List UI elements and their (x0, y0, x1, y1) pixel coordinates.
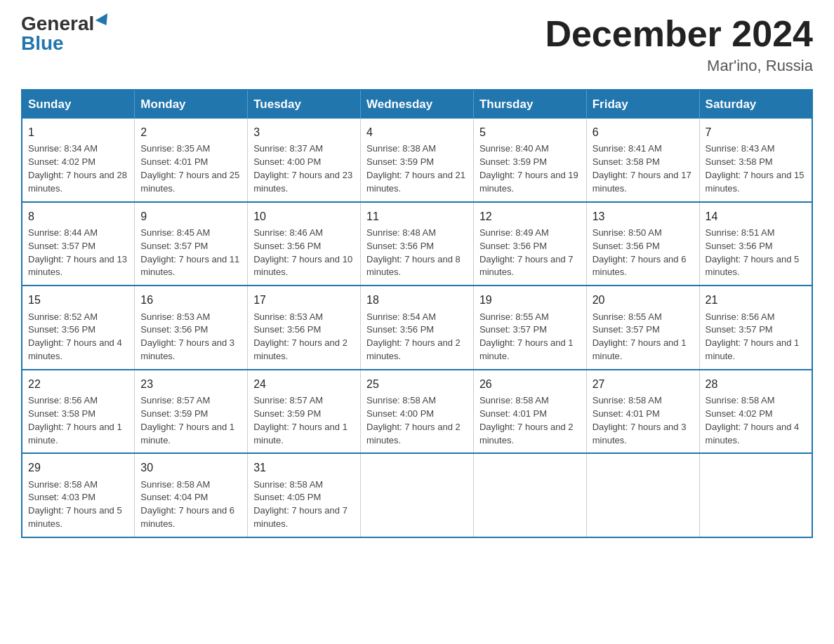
day-sunrise: Sunrise: 8:58 AM (479, 395, 549, 405)
day-daylight: Daylight: 7 hours and 2 minutes. (366, 337, 461, 361)
day-sunset: Sunset: 3:57 PM (479, 324, 547, 335)
calendar-day-cell: 28Sunrise: 8:58 AMSunset: 4:02 PMDayligh… (699, 370, 812, 454)
page-header: General Blue December 2024 Mar'ino, Russ… (21, 14, 813, 75)
calendar-day-cell: 20Sunrise: 8:55 AMSunset: 3:57 PMDayligh… (586, 286, 699, 370)
day-number: 6 (593, 124, 694, 140)
calendar-day-cell: 10Sunrise: 8:46 AMSunset: 3:56 PMDayligh… (248, 202, 361, 286)
day-daylight: Daylight: 7 hours and 15 minutes. (706, 170, 805, 194)
day-daylight: Daylight: 7 hours and 1 minute. (28, 422, 122, 445)
day-daylight: Daylight: 7 hours and 13 minutes. (28, 254, 127, 278)
day-sunset: Sunset: 3:57 PM (140, 241, 208, 251)
day-sunset: Sunset: 3:59 PM (253, 408, 321, 419)
day-sunrise: Sunrise: 8:57 AM (253, 395, 323, 405)
day-sunset: Sunset: 3:59 PM (479, 156, 547, 167)
calendar-day-cell: 4Sunrise: 8:38 AMSunset: 3:59 PMDaylight… (361, 119, 474, 202)
logo: General Blue (21, 14, 111, 53)
day-sunrise: Sunrise: 8:57 AM (140, 395, 210, 405)
logo-blue-text: Blue (21, 34, 64, 53)
calendar-week-row: 8Sunrise: 8:44 AMSunset: 3:57 PMDaylight… (22, 202, 812, 286)
day-sunset: Sunset: 3:59 PM (140, 408, 208, 419)
day-sunrise: Sunrise: 8:58 AM (593, 395, 662, 405)
day-number: 9 (140, 208, 241, 224)
day-sunset: Sunset: 3:57 PM (593, 324, 660, 335)
day-daylight: Daylight: 7 hours and 1 minute. (253, 422, 348, 445)
day-number: 15 (28, 292, 128, 308)
calendar-day-cell: 19Sunrise: 8:55 AMSunset: 3:57 PMDayligh… (473, 286, 586, 370)
day-sunset: Sunset: 3:57 PM (28, 241, 95, 251)
day-number: 13 (593, 208, 694, 224)
day-of-week-header-thursday: Thursday (473, 90, 586, 119)
day-sunset: Sunset: 4:05 PM (253, 492, 321, 502)
day-daylight: Daylight: 7 hours and 11 minutes. (140, 254, 239, 278)
day-sunset: Sunset: 3:56 PM (253, 324, 321, 335)
day-number: 17 (253, 292, 355, 308)
day-sunset: Sunset: 4:02 PM (28, 156, 95, 167)
day-number: 7 (706, 124, 806, 140)
day-sunrise: Sunrise: 8:45 AM (140, 227, 210, 238)
calendar-empty-cell (473, 453, 586, 537)
calendar-day-cell: 30Sunrise: 8:58 AMSunset: 4:04 PMDayligh… (135, 453, 248, 537)
calendar-day-cell: 31Sunrise: 8:58 AMSunset: 4:05 PMDayligh… (248, 453, 361, 537)
day-number: 29 (28, 459, 128, 476)
day-daylight: Daylight: 7 hours and 3 minutes. (140, 337, 234, 361)
day-number: 26 (479, 376, 581, 392)
day-daylight: Daylight: 7 hours and 21 minutes. (366, 170, 465, 194)
calendar-empty-cell (586, 453, 699, 537)
day-daylight: Daylight: 7 hours and 23 minutes. (253, 170, 352, 194)
day-sunrise: Sunrise: 8:43 AM (706, 143, 775, 154)
calendar-day-cell: 2Sunrise: 8:35 AMSunset: 4:01 PMDaylight… (135, 119, 248, 202)
day-sunrise: Sunrise: 8:58 AM (366, 395, 436, 405)
day-sunset: Sunset: 3:56 PM (706, 241, 773, 251)
day-daylight: Daylight: 7 hours and 4 minutes. (706, 422, 800, 445)
day-sunrise: Sunrise: 8:44 AM (28, 227, 98, 238)
calendar-day-cell: 11Sunrise: 8:48 AMSunset: 3:56 PMDayligh… (361, 202, 474, 286)
day-number: 10 (253, 208, 355, 224)
day-number: 31 (253, 459, 355, 476)
day-sunrise: Sunrise: 8:46 AM (253, 227, 323, 238)
day-sunset: Sunset: 4:01 PM (479, 408, 547, 419)
day-sunrise: Sunrise: 8:37 AM (253, 143, 323, 154)
day-sunrise: Sunrise: 8:58 AM (706, 395, 775, 405)
calendar-day-cell: 18Sunrise: 8:54 AMSunset: 3:56 PMDayligh… (361, 286, 474, 370)
day-sunset: Sunset: 4:00 PM (253, 156, 321, 167)
day-sunrise: Sunrise: 8:55 AM (479, 311, 549, 322)
day-of-week-header-friday: Friday (586, 90, 699, 119)
calendar-day-cell: 5Sunrise: 8:40 AMSunset: 3:59 PMDaylight… (473, 119, 586, 202)
day-daylight: Daylight: 7 hours and 28 minutes. (28, 170, 127, 194)
day-daylight: Daylight: 7 hours and 2 minutes. (479, 422, 574, 445)
day-sunset: Sunset: 3:59 PM (366, 156, 434, 167)
calendar-day-cell: 22Sunrise: 8:56 AMSunset: 3:58 PMDayligh… (22, 370, 135, 454)
day-daylight: Daylight: 7 hours and 6 minutes. (140, 505, 234, 529)
day-sunset: Sunset: 3:58 PM (593, 156, 660, 167)
day-daylight: Daylight: 7 hours and 25 minutes. (140, 170, 239, 194)
day-sunset: Sunset: 3:56 PM (140, 324, 208, 335)
day-number: 3 (253, 124, 355, 140)
day-sunrise: Sunrise: 8:35 AM (140, 143, 210, 154)
day-daylight: Daylight: 7 hours and 7 minutes. (479, 254, 574, 278)
calendar-day-cell: 13Sunrise: 8:50 AMSunset: 3:56 PMDayligh… (586, 202, 699, 286)
day-sunrise: Sunrise: 8:53 AM (253, 311, 323, 322)
day-daylight: Daylight: 7 hours and 19 minutes. (479, 170, 578, 194)
day-number: 25 (366, 376, 468, 392)
calendar-day-cell: 6Sunrise: 8:41 AMSunset: 3:58 PMDaylight… (586, 119, 699, 202)
calendar-week-row: 29Sunrise: 8:58 AMSunset: 4:03 PMDayligh… (22, 453, 812, 537)
day-sunrise: Sunrise: 8:53 AM (140, 311, 210, 322)
day-sunrise: Sunrise: 8:55 AM (593, 311, 662, 322)
day-number: 19 (479, 292, 581, 308)
calendar-week-row: 1Sunrise: 8:34 AMSunset: 4:02 PMDaylight… (22, 119, 812, 202)
calendar-day-cell: 23Sunrise: 8:57 AMSunset: 3:59 PMDayligh… (135, 370, 248, 454)
calendar-day-cell: 24Sunrise: 8:57 AMSunset: 3:59 PMDayligh… (248, 370, 361, 454)
day-number: 21 (706, 292, 806, 308)
calendar-day-cell: 16Sunrise: 8:53 AMSunset: 3:56 PMDayligh… (135, 286, 248, 370)
day-of-week-header-wednesday: Wednesday (361, 90, 474, 119)
header-right: December 2024 Mar'ino, Russia (545, 14, 813, 75)
day-sunrise: Sunrise: 8:56 AM (28, 395, 98, 405)
month-title: December 2024 (545, 14, 813, 54)
calendar-day-cell: 14Sunrise: 8:51 AMSunset: 3:56 PMDayligh… (699, 202, 812, 286)
day-of-week-header-sunday: Sunday (22, 90, 135, 119)
day-sunset: Sunset: 3:58 PM (706, 156, 773, 167)
day-sunset: Sunset: 3:56 PM (253, 241, 321, 251)
calendar-day-cell: 17Sunrise: 8:53 AMSunset: 3:56 PMDayligh… (248, 286, 361, 370)
day-sunrise: Sunrise: 8:58 AM (140, 479, 210, 490)
day-sunrise: Sunrise: 8:52 AM (28, 311, 98, 322)
